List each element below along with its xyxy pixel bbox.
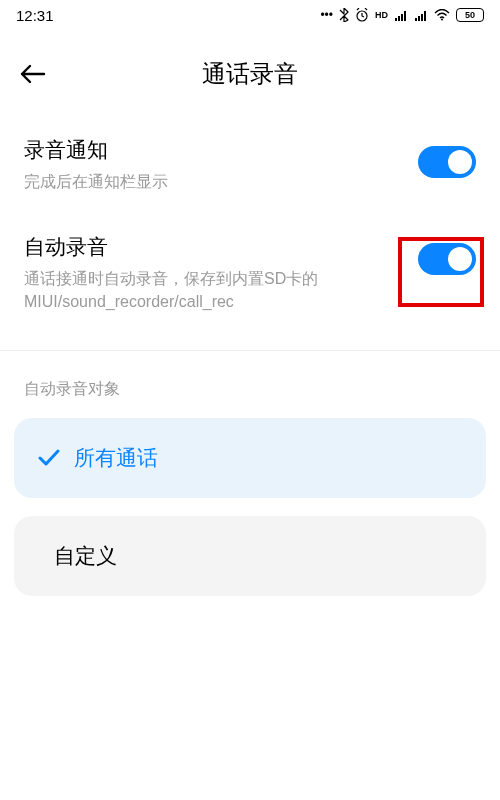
setting-auto-title: 自动录音 (24, 233, 402, 261)
wifi-icon (434, 9, 450, 21)
toggle-notify[interactable] (418, 146, 476, 178)
option-all-label: 所有通话 (74, 444, 158, 472)
setting-notify-title: 录音通知 (24, 136, 402, 164)
back-button[interactable] (20, 54, 60, 94)
setting-auto-sub: 通话接通时自动录音，保存到内置SD卡的MIUI/sound_recorder/c… (24, 267, 402, 313)
setting-auto[interactable]: 自动录音 通话接通时自动录音，保存到内置SD卡的MIUI/sound_recor… (0, 215, 500, 335)
battery-level: 50 (465, 10, 475, 20)
page-title: 通话录音 (60, 58, 440, 90)
toggle-auto[interactable] (418, 243, 476, 275)
section-target-label: 自动录音对象 (0, 351, 500, 418)
header: 通话录音 (0, 30, 500, 118)
setting-notify-text: 录音通知 完成后在通知栏显示 (24, 136, 402, 193)
option-all-calls[interactable]: 所有通话 (14, 418, 486, 498)
signal-icon-1 (394, 10, 408, 21)
more-icon: ••• (320, 8, 333, 22)
hd-indicator: HD (375, 10, 388, 20)
target-options: 所有通话 自定义 (0, 418, 500, 596)
alarm-icon (355, 8, 369, 22)
bluetooth-icon (339, 8, 349, 22)
status-time: 12:31 (16, 7, 54, 24)
option-custom[interactable]: 自定义 (14, 516, 486, 596)
svg-point-1 (441, 19, 443, 21)
option-custom-label: 自定义 (54, 542, 117, 570)
arrow-left-icon (20, 64, 46, 84)
check-icon (38, 449, 60, 467)
status-bar: 12:31 ••• HD 50 (0, 0, 500, 30)
setting-notify[interactable]: 录音通知 完成后在通知栏显示 (0, 118, 500, 215)
setting-notify-sub: 完成后在通知栏显示 (24, 170, 402, 193)
signal-icon-2 (414, 10, 428, 21)
status-time-area: 12:31 (16, 7, 54, 24)
status-indicators: ••• HD 50 (320, 8, 484, 22)
battery-icon: 50 (456, 8, 484, 22)
setting-auto-text: 自动录音 通话接通时自动录音，保存到内置SD卡的MIUI/sound_recor… (24, 233, 402, 313)
